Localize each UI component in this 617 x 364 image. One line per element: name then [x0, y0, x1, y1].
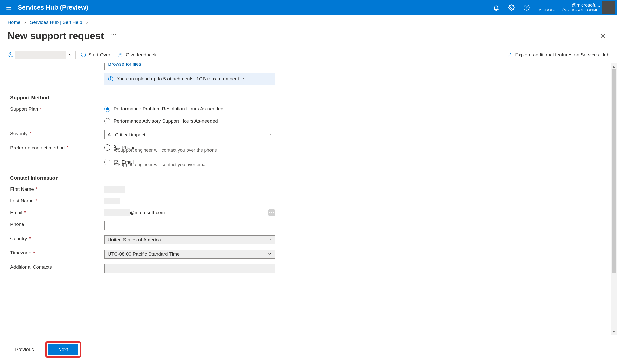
email-label: Email *: [10, 209, 104, 215]
notifications-button[interactable]: [488, 0, 504, 15]
browse-files-button[interactable]: Browse for files: [104, 63, 275, 70]
country-select[interactable]: United States of America: [104, 235, 275, 244]
preferred-contact-method-label: Preferred contact method *: [10, 144, 104, 151]
svg-rect-8: [11, 56, 13, 57]
settings-button[interactable]: [504, 0, 519, 15]
scope-picker[interactable]: placeholder: [8, 51, 72, 59]
scroll-thumb[interactable]: [612, 69, 616, 273]
vertical-scrollbar[interactable]: ▲ ▼: [611, 63, 617, 335]
timezone-select[interactable]: UTC-08:00 Pacific Standard Time: [104, 250, 275, 259]
title-row: New support request ··· ✕: [0, 25, 617, 48]
radio-selected-icon: [104, 106, 110, 112]
close-button[interactable]: ✕: [596, 30, 609, 42]
contact-method-phone-desc: A Support engineer will contact you over…: [114, 148, 275, 153]
help-button[interactable]: [519, 0, 534, 15]
page-title: New support request: [8, 31, 104, 41]
chevron-right-icon: ›: [86, 20, 88, 25]
severity-select[interactable]: A - Critical impact: [104, 130, 275, 139]
timezone-label: Timezone *: [10, 250, 104, 256]
top-header: Services Hub (Preview) @microsoft.... MI…: [0, 0, 617, 15]
hamburger-menu-button[interactable]: [0, 0, 18, 15]
svg-point-12: [110, 78, 111, 78]
feedback-icon: [118, 52, 124, 58]
chevron-down-icon: [268, 237, 272, 243]
next-button[interactable]: Next: [48, 344, 78, 355]
svg-point-5: [526, 9, 527, 9]
scroll-up-arrow[interactable]: ▲: [611, 63, 617, 69]
account-menu[interactable]: @microsoft.... MICROSOFT (MICROSOFT.ONMI…: [534, 0, 617, 15]
upload-info-banner: You can upload up to 5 attachments. 1GB …: [104, 73, 275, 85]
svg-point-3: [511, 7, 512, 8]
severity-label: Severity *: [10, 130, 104, 136]
email-suffix: @microsoft.com: [130, 210, 165, 215]
country-label: Country *: [10, 235, 104, 241]
more-actions-button[interactable]: ···: [110, 31, 117, 37]
previous-button[interactable]: Previous: [8, 344, 41, 355]
phone-label: Phone: [10, 221, 104, 227]
chevron-down-icon: [68, 52, 72, 58]
section-heading-contact-info: Contact Information: [10, 175, 611, 181]
next-button-highlight: Next: [45, 341, 81, 358]
swap-icon: [507, 52, 513, 58]
explore-features-link[interactable]: Explore additional features on Services …: [507, 52, 609, 58]
avatar: [602, 1, 615, 14]
breadcrumb-home[interactable]: Home: [8, 20, 21, 25]
first-name-label: First Name *: [10, 186, 104, 192]
chevron-down-icon: [268, 251, 272, 257]
svg-rect-6: [10, 52, 11, 54]
give-feedback-button[interactable]: Give feedback: [118, 52, 157, 58]
last-name-value: [104, 198, 120, 204]
svg-point-9: [119, 53, 121, 55]
last-name-label: Last Name *: [10, 198, 104, 204]
support-plan-option-2[interactable]: Performance Advisory Support Hours As-ne…: [104, 118, 275, 124]
account-tenant: MICROSOFT (MICROSOFT.ONMI...: [538, 8, 600, 12]
toolbar: placeholder Start Over Give feedback Exp…: [0, 48, 617, 62]
account-email: @microsoft....: [538, 3, 600, 8]
additional-contacts-label: Additional Contacts: [10, 264, 104, 270]
restart-icon: [81, 52, 86, 58]
form-scroll-area: Browse for files You can upload up to 5 …: [0, 63, 611, 335]
support-plan-label: Support Plan *: [10, 106, 104, 112]
radio-icon: [104, 144, 110, 151]
separator: [75, 51, 76, 59]
chevron-right-icon: ›: [24, 20, 26, 25]
svg-rect-7: [8, 56, 9, 57]
contact-method-email-desc: A Support engineer will contact you over…: [114, 162, 275, 167]
brand-title: Services Hub (Preview): [18, 4, 88, 11]
bottom-action-bar: Previous Next: [0, 335, 617, 364]
email-more-button[interactable]: •••: [268, 209, 275, 216]
info-icon: [108, 76, 114, 82]
start-over-button[interactable]: Start Over: [81, 52, 110, 58]
email-prefix-value: [104, 209, 130, 216]
support-plan-option-1[interactable]: Performance Problem Resolution Hours As-…: [104, 106, 275, 112]
first-name-value: [104, 186, 125, 193]
scroll-down-arrow[interactable]: ▼: [611, 329, 617, 335]
section-heading-support-method: Support Method: [10, 95, 611, 101]
radio-icon: [104, 159, 110, 165]
hierarchy-icon: [8, 52, 13, 58]
phone-input[interactable]: [104, 221, 275, 230]
chevron-down-icon: [268, 132, 272, 138]
breadcrumb-self-help[interactable]: Services Hub | Self Help: [30, 20, 82, 25]
additional-contacts-input[interactable]: [104, 264, 275, 273]
breadcrumb: Home › Services Hub | Self Help ›: [0, 15, 617, 25]
radio-icon: [104, 118, 110, 124]
